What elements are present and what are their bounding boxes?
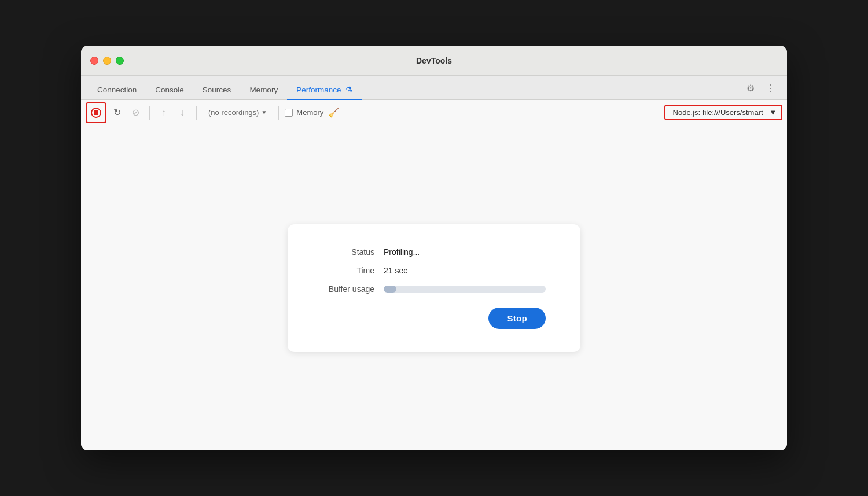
minimize-button[interactable]	[103, 57, 111, 65]
clear-button[interactable]: ⊘	[127, 105, 144, 121]
time-field-label: Time	[317, 266, 374, 275]
record-button[interactable]	[88, 105, 104, 121]
status-field-label: Status	[317, 247, 374, 257]
stop-button-row: Stop	[317, 308, 546, 329]
record-button-wrapper	[86, 102, 106, 123]
tab-performance[interactable]: Performance ⚗	[287, 80, 362, 100]
more-options-button[interactable]: ⋮	[764, 82, 778, 95]
memory-label: Memory	[296, 108, 323, 117]
target-dropdown-arrow-icon: ▼	[769, 108, 777, 117]
target-dropdown-wrapper: Node.js: file:///Users/stmart ▼	[664, 105, 782, 120]
divider-3	[278, 106, 279, 120]
download-button[interactable]: ↓	[174, 105, 190, 121]
status-card: Status Profiling... Time 21 sec Buffer u…	[288, 224, 580, 352]
window-title: DevTools	[416, 56, 452, 65]
memory-checkbox[interactable]	[285, 109, 293, 117]
tab-bar-actions: ⚙ ⋮	[744, 82, 778, 95]
recordings-dropdown[interactable]: (no recordings) ▼	[203, 106, 273, 119]
record-icon	[91, 108, 101, 118]
tab-console[interactable]: Console	[146, 81, 193, 100]
tab-bar: Connection Console Sources Memory Perfor…	[81, 76, 787, 100]
dropdown-arrow-icon: ▼	[261, 109, 267, 116]
tab-memory[interactable]: Memory	[240, 81, 287, 100]
gc-button[interactable]: 🧹	[326, 105, 342, 121]
maximize-button[interactable]	[116, 57, 124, 65]
reload-button[interactable]: ↻	[109, 105, 125, 121]
main-content: Status Profiling... Time 21 sec Buffer u…	[81, 125, 787, 450]
target-dropdown[interactable]: Node.js: file:///Users/stmart ▼	[665, 106, 781, 119]
close-button[interactable]	[90, 57, 98, 65]
buffer-field-label: Buffer usage	[317, 284, 374, 294]
buffer-bar-fill	[384, 286, 396, 293]
buffer-row: Buffer usage	[317, 284, 546, 294]
status-field-value: Profiling...	[384, 247, 420, 257]
status-row: Status Profiling...	[317, 247, 546, 257]
time-field-value: 21 sec	[384, 266, 407, 275]
time-row: Time 21 sec	[317, 266, 546, 275]
upload-button[interactable]: ↑	[156, 105, 172, 121]
tab-sources[interactable]: Sources	[193, 81, 241, 100]
devtools-window: DevTools Connection Console Sources Memo…	[81, 46, 787, 450]
title-bar: DevTools	[81, 46, 787, 76]
target-label: Node.js: file:///Users/stmart	[670, 108, 766, 117]
traffic-lights	[90, 57, 124, 65]
toolbar: ↻ ⊘ ↑ ↓ (no recordings) ▼ Memory 🧹	[81, 100, 787, 125]
divider-2	[196, 106, 197, 120]
recordings-label: (no recordings)	[208, 108, 259, 117]
flask-icon: ⚗	[345, 85, 353, 94]
stop-icon	[94, 110, 98, 115]
divider-1	[149, 106, 150, 120]
buffer-bar	[384, 286, 546, 293]
memory-checkbox-group: Memory	[285, 108, 323, 117]
stop-button[interactable]: Stop	[488, 308, 546, 329]
tab-connection[interactable]: Connection	[88, 81, 146, 100]
settings-button[interactable]: ⚙	[744, 82, 757, 95]
